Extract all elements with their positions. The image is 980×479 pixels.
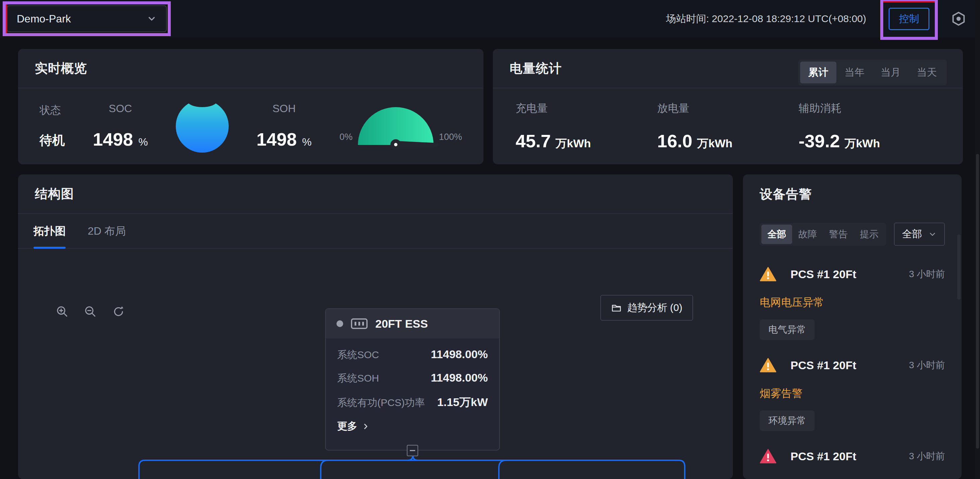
node-soh-label: 系统SOH <box>337 372 379 385</box>
dashboard-screen: Demo-Park 场站时间: 2022-12-08 18:29:12 UTC(… <box>0 0 980 479</box>
settings-button[interactable] <box>951 11 967 27</box>
zoom-in-icon[interactable] <box>56 305 69 318</box>
page-scrollbar-thumb[interactable] <box>976 154 979 449</box>
filter-fault[interactable]: 故障 <box>792 224 823 244</box>
gauge-max-label: 100% <box>439 132 462 142</box>
alarm-head: PCS #1 20Ft 3 小时前 <box>760 449 945 464</box>
gauge-pivot <box>390 139 401 150</box>
overview-title: 实时概览 <box>35 60 87 77</box>
node-row-active-power: 系统有功(PCS)功率 1.15万kW <box>337 395 488 410</box>
station-selector-value: Demo-Park <box>17 13 71 25</box>
trend-analysis-label: 趋势分析 (0) <box>627 301 682 315</box>
warning-triangle-icon <box>760 449 776 464</box>
alarm-category-tag: 电气异常 <box>760 319 815 340</box>
warning-triangle-icon <box>760 266 776 282</box>
alarm-time: 3 小时前 <box>909 268 945 280</box>
node-soh-value: 11498.00% <box>431 371 488 384</box>
reset-view-icon[interactable] <box>112 305 125 318</box>
ess-node-title: 20FT ESS <box>375 317 428 330</box>
alarm-device-name: PCS #1 20Ft <box>791 359 856 372</box>
node-soc-label: 系统SOC <box>337 348 379 362</box>
soh-unit: % <box>302 136 311 148</box>
aux-consumption-stat: 辅助消耗 -39.2 万kWh <box>799 101 940 151</box>
alarm-severity-tabs: 全部 故障 警告 提示 <box>760 223 886 246</box>
soh-metric: SOH 1498 % <box>256 102 312 150</box>
alarm-head: PCS #1 20Ft 3 小时前 <box>760 358 945 373</box>
alarm-item[interactable]: PCS #1 20Ft 3 小时前 电网电压异常 电气异常 <box>760 266 945 340</box>
tab-cumulative[interactable]: 累计 <box>800 62 836 83</box>
control-button[interactable]: 控制 <box>889 8 929 30</box>
status-label: 状态 <box>40 103 65 118</box>
discharge-unit: 万kWh <box>697 136 733 151</box>
tab-this-year[interactable]: 当年 <box>836 62 872 83</box>
ess-node-card[interactable]: 20FT ESS 系统SOC 11498.00% 系统SOH 11498.00%… <box>325 308 500 450</box>
station-time: 场站时间: 2022-12-08 18:29:12 UTC(+08:00) <box>666 12 866 26</box>
gauge-min-label: 0% <box>339 132 353 142</box>
soh-label: SOH <box>272 102 296 115</box>
alarm-category-tag: 环境异常 <box>760 411 815 431</box>
chevron-down-icon <box>928 230 937 239</box>
energy-title: 电量统计 <box>509 60 562 77</box>
soc-metric: SOC 1498 % <box>93 102 148 150</box>
discharge-value: 16.0 <box>657 130 692 151</box>
aux-unit: 万kWh <box>845 136 880 151</box>
chevron-down-icon <box>146 14 157 24</box>
structure-header: 结构图 <box>18 174 733 214</box>
node-more-label: 更多 <box>337 419 357 433</box>
station-selector[interactable]: Demo-Park <box>7 5 167 32</box>
ess-node-body: 系统SOC 11498.00% 系统SOH 11498.00% 系统有功(PCS… <box>326 338 499 433</box>
status-metric: 状态 待机 <box>40 103 65 149</box>
energy-body: 充电量 45.7 万kWh 放电量 16.0 万kWh 辅助消耗 -39.2 万… <box>493 88 963 151</box>
node-collapse-toggle[interactable] <box>407 445 418 456</box>
folder-icon <box>611 302 622 313</box>
alarm-device-dropdown[interactable]: 全部 <box>894 223 945 246</box>
alarm-device-name: PCS #1 20Ft <box>791 450 856 463</box>
alarm-time: 3 小时前 <box>909 359 945 372</box>
alarm-message: 电网电压异常 <box>760 295 945 310</box>
annotation-red-line <box>6 4 7 33</box>
realtime-overview-panel: 实时概览 状态 待机 SOC 1498 % SOH 1498 % <box>18 49 484 164</box>
tab-this-month[interactable]: 当月 <box>872 62 909 83</box>
energy-period-tabs: 累计 当年 当月 当天 <box>798 60 947 85</box>
trend-analysis-button[interactable]: 趋势分析 (0) <box>600 295 693 321</box>
aux-label: 辅助消耗 <box>799 102 842 114</box>
status-dot-icon <box>336 320 343 327</box>
chevron-right-icon <box>362 423 369 430</box>
tab-today[interactable]: 当天 <box>909 62 945 83</box>
status-value: 待机 <box>40 132 65 149</box>
node-more-link[interactable]: 更多 <box>337 419 488 433</box>
filter-all[interactable]: 全部 <box>761 224 792 244</box>
topology-zoom-toolbar <box>56 305 125 318</box>
charge-unit: 万kWh <box>555 136 591 151</box>
annotation-box-control-button: 控制 <box>880 0 938 40</box>
filter-hint[interactable]: 提示 <box>854 224 885 244</box>
annotation-red-line <box>883 1 935 2</box>
gauge-needle <box>396 141 439 149</box>
charge-label: 充电量 <box>515 102 548 114</box>
node-row-soh: 系统SOH 11498.00% <box>337 371 488 385</box>
discharge-label: 放电量 <box>657 102 689 114</box>
node-row-soc: 系统SOC 11498.00% <box>337 348 488 362</box>
node-power-label: 系统有功(PCS)功率 <box>337 396 425 410</box>
node-power-value: 1.15万kW <box>437 395 488 410</box>
alarms-header: 设备告警 <box>760 174 945 214</box>
alarm-dropdown-value: 全部 <box>902 227 922 241</box>
soh-dial-gauge: 0% 100% <box>339 107 462 145</box>
alarm-head: PCS #1 20Ft 3 小时前 <box>760 266 945 282</box>
alarm-message: BMS干接点故障 <box>760 477 945 479</box>
aux-value: -39.2 <box>799 130 840 151</box>
alarm-item[interactable]: PCS #1 20Ft 3 小时前 烟雾告警 环境异常 <box>760 358 945 431</box>
soc-label: SOC <box>109 102 132 115</box>
topology-canvas[interactable]: 趋势分析 (0) 20FT ESS 系统SOC 1149 <box>18 239 733 479</box>
soc-ball-gauge <box>176 100 229 153</box>
ess-node-header: 20FT ESS <box>326 309 499 338</box>
topbar-right-group: 场站时间: 2022-12-08 18:29:12 UTC(+08:00) 控制 <box>666 0 967 40</box>
gauge-disc <box>358 107 434 145</box>
zoom-out-icon[interactable] <box>84 305 97 318</box>
page-scrollbar[interactable] <box>975 0 980 479</box>
filter-warning[interactable]: 警告 <box>823 224 854 244</box>
alarms-scrollbar[interactable] <box>957 234 961 299</box>
device-alarms-panel: 设备告警 全部 故障 警告 提示 全部 <box>743 174 962 479</box>
alarm-item[interactable]: PCS #1 20Ft 3 小时前 BMS干接点故障 电气异常 <box>760 449 945 479</box>
soc-value: 1498 <box>93 129 133 150</box>
